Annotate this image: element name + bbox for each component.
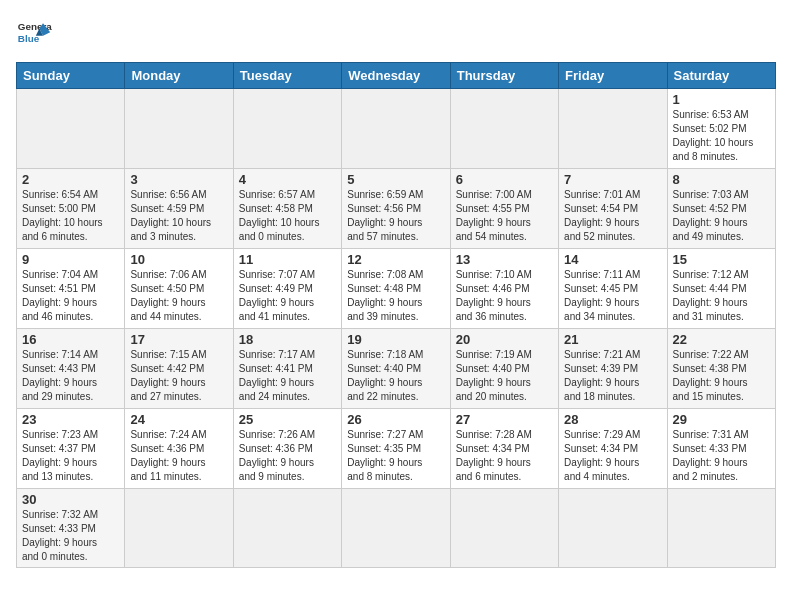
weekday-wednesday: Wednesday <box>342 63 450 89</box>
calendar-cell: 19Sunrise: 7:18 AM Sunset: 4:40 PM Dayli… <box>342 329 450 409</box>
day-number: 5 <box>347 172 444 187</box>
calendar-cell: 28Sunrise: 7:29 AM Sunset: 4:34 PM Dayli… <box>559 409 667 489</box>
day-number: 27 <box>456 412 553 427</box>
day-number: 3 <box>130 172 227 187</box>
day-info: Sunrise: 6:54 AM Sunset: 5:00 PM Dayligh… <box>22 188 119 244</box>
calendar-cell: 20Sunrise: 7:19 AM Sunset: 4:40 PM Dayli… <box>450 329 558 409</box>
calendar-cell: 8Sunrise: 7:03 AM Sunset: 4:52 PM Daylig… <box>667 169 775 249</box>
day-number: 6 <box>456 172 553 187</box>
day-info: Sunrise: 7:32 AM Sunset: 4:33 PM Dayligh… <box>22 508 119 564</box>
day-info: Sunrise: 6:53 AM Sunset: 5:02 PM Dayligh… <box>673 108 770 164</box>
calendar-cell: 17Sunrise: 7:15 AM Sunset: 4:42 PM Dayli… <box>125 329 233 409</box>
day-number: 1 <box>673 92 770 107</box>
day-number: 25 <box>239 412 336 427</box>
day-number: 22 <box>673 332 770 347</box>
calendar-cell: 10Sunrise: 7:06 AM Sunset: 4:50 PM Dayli… <box>125 249 233 329</box>
day-info: Sunrise: 7:01 AM Sunset: 4:54 PM Dayligh… <box>564 188 661 244</box>
day-info: Sunrise: 7:07 AM Sunset: 4:49 PM Dayligh… <box>239 268 336 324</box>
day-info: Sunrise: 7:14 AM Sunset: 4:43 PM Dayligh… <box>22 348 119 404</box>
day-number: 11 <box>239 252 336 267</box>
day-info: Sunrise: 7:11 AM Sunset: 4:45 PM Dayligh… <box>564 268 661 324</box>
day-info: Sunrise: 6:57 AM Sunset: 4:58 PM Dayligh… <box>239 188 336 244</box>
page: General Blue SundayMondayTuesdayWednesda… <box>0 0 792 612</box>
calendar-cell <box>233 489 341 568</box>
day-number: 14 <box>564 252 661 267</box>
day-number: 8 <box>673 172 770 187</box>
day-number: 18 <box>239 332 336 347</box>
day-number: 20 <box>456 332 553 347</box>
day-number: 2 <box>22 172 119 187</box>
calendar-cell: 22Sunrise: 7:22 AM Sunset: 4:38 PM Dayli… <box>667 329 775 409</box>
calendar-cell: 15Sunrise: 7:12 AM Sunset: 4:44 PM Dayli… <box>667 249 775 329</box>
day-info: Sunrise: 7:28 AM Sunset: 4:34 PM Dayligh… <box>456 428 553 484</box>
calendar-cell: 21Sunrise: 7:21 AM Sunset: 4:39 PM Dayli… <box>559 329 667 409</box>
day-info: Sunrise: 7:15 AM Sunset: 4:42 PM Dayligh… <box>130 348 227 404</box>
day-number: 28 <box>564 412 661 427</box>
day-info: Sunrise: 7:21 AM Sunset: 4:39 PM Dayligh… <box>564 348 661 404</box>
weekday-sunday: Sunday <box>17 63 125 89</box>
weekday-tuesday: Tuesday <box>233 63 341 89</box>
calendar-cell: 6Sunrise: 7:00 AM Sunset: 4:55 PM Daylig… <box>450 169 558 249</box>
calendar-cell: 16Sunrise: 7:14 AM Sunset: 4:43 PM Dayli… <box>17 329 125 409</box>
calendar-cell: 30Sunrise: 7:32 AM Sunset: 4:33 PM Dayli… <box>17 489 125 568</box>
day-info: Sunrise: 7:00 AM Sunset: 4:55 PM Dayligh… <box>456 188 553 244</box>
day-info: Sunrise: 7:03 AM Sunset: 4:52 PM Dayligh… <box>673 188 770 244</box>
calendar-cell <box>233 89 341 169</box>
calendar-cell: 18Sunrise: 7:17 AM Sunset: 4:41 PM Dayli… <box>233 329 341 409</box>
day-info: Sunrise: 7:26 AM Sunset: 4:36 PM Dayligh… <box>239 428 336 484</box>
day-number: 24 <box>130 412 227 427</box>
calendar-cell <box>125 489 233 568</box>
day-number: 16 <box>22 332 119 347</box>
calendar-cell: 27Sunrise: 7:28 AM Sunset: 4:34 PM Dayli… <box>450 409 558 489</box>
day-number: 30 <box>22 492 119 507</box>
calendar-cell <box>450 489 558 568</box>
day-number: 19 <box>347 332 444 347</box>
day-info: Sunrise: 7:29 AM Sunset: 4:34 PM Dayligh… <box>564 428 661 484</box>
calendar-row-0: 1Sunrise: 6:53 AM Sunset: 5:02 PM Daylig… <box>17 89 776 169</box>
calendar-cell <box>450 89 558 169</box>
day-number: 10 <box>130 252 227 267</box>
calendar-cell: 24Sunrise: 7:24 AM Sunset: 4:36 PM Dayli… <box>125 409 233 489</box>
logo-icon: General Blue <box>16 16 52 52</box>
header: General Blue <box>16 16 776 52</box>
weekday-header-row: SundayMondayTuesdayWednesdayThursdayFrid… <box>17 63 776 89</box>
day-number: 29 <box>673 412 770 427</box>
calendar-row-3: 16Sunrise: 7:14 AM Sunset: 4:43 PM Dayli… <box>17 329 776 409</box>
day-number: 15 <box>673 252 770 267</box>
calendar-cell: 9Sunrise: 7:04 AM Sunset: 4:51 PM Daylig… <box>17 249 125 329</box>
day-info: Sunrise: 6:56 AM Sunset: 4:59 PM Dayligh… <box>130 188 227 244</box>
calendar-cell <box>559 489 667 568</box>
day-info: Sunrise: 7:06 AM Sunset: 4:50 PM Dayligh… <box>130 268 227 324</box>
day-number: 9 <box>22 252 119 267</box>
day-info: Sunrise: 7:24 AM Sunset: 4:36 PM Dayligh… <box>130 428 227 484</box>
calendar-cell: 14Sunrise: 7:11 AM Sunset: 4:45 PM Dayli… <box>559 249 667 329</box>
calendar-cell <box>125 89 233 169</box>
calendar-cell: 11Sunrise: 7:07 AM Sunset: 4:49 PM Dayli… <box>233 249 341 329</box>
day-number: 26 <box>347 412 444 427</box>
calendar-row-5: 30Sunrise: 7:32 AM Sunset: 4:33 PM Dayli… <box>17 489 776 568</box>
calendar-cell: 3Sunrise: 6:56 AM Sunset: 4:59 PM Daylig… <box>125 169 233 249</box>
day-number: 21 <box>564 332 661 347</box>
calendar-cell: 23Sunrise: 7:23 AM Sunset: 4:37 PM Dayli… <box>17 409 125 489</box>
day-info: Sunrise: 7:10 AM Sunset: 4:46 PM Dayligh… <box>456 268 553 324</box>
calendar-cell: 1Sunrise: 6:53 AM Sunset: 5:02 PM Daylig… <box>667 89 775 169</box>
calendar-cell <box>342 489 450 568</box>
calendar-cell <box>342 89 450 169</box>
day-info: Sunrise: 7:19 AM Sunset: 4:40 PM Dayligh… <box>456 348 553 404</box>
weekday-friday: Friday <box>559 63 667 89</box>
calendar-row-4: 23Sunrise: 7:23 AM Sunset: 4:37 PM Dayli… <box>17 409 776 489</box>
day-number: 4 <box>239 172 336 187</box>
calendar-cell: 5Sunrise: 6:59 AM Sunset: 4:56 PM Daylig… <box>342 169 450 249</box>
day-number: 23 <box>22 412 119 427</box>
weekday-monday: Monday <box>125 63 233 89</box>
day-number: 13 <box>456 252 553 267</box>
day-info: Sunrise: 7:18 AM Sunset: 4:40 PM Dayligh… <box>347 348 444 404</box>
day-info: Sunrise: 7:27 AM Sunset: 4:35 PM Dayligh… <box>347 428 444 484</box>
weekday-thursday: Thursday <box>450 63 558 89</box>
calendar-cell: 7Sunrise: 7:01 AM Sunset: 4:54 PM Daylig… <box>559 169 667 249</box>
calendar-row-1: 2Sunrise: 6:54 AM Sunset: 5:00 PM Daylig… <box>17 169 776 249</box>
calendar-cell: 25Sunrise: 7:26 AM Sunset: 4:36 PM Dayli… <box>233 409 341 489</box>
day-info: Sunrise: 7:08 AM Sunset: 4:48 PM Dayligh… <box>347 268 444 324</box>
day-number: 7 <box>564 172 661 187</box>
calendar-cell <box>667 489 775 568</box>
